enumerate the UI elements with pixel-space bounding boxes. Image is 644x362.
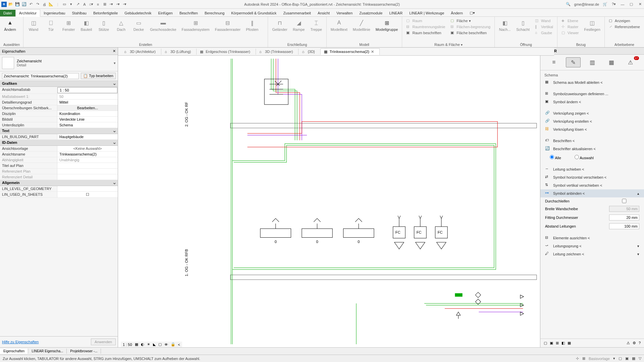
lf-icon-3[interactable]: ⊞ xyxy=(556,341,559,345)
tab-koerpermodell[interactable]: Körpermodell & Grundstück xyxy=(228,10,280,16)
group-grafiken[interactable]: Grafiken⌵ xyxy=(0,81,118,87)
linear-columns-icon[interactable]: ▥ xyxy=(585,57,600,67)
anzeigen-tool[interactable]: ▢Anzeigen xyxy=(607,18,641,23)
tab-ingenieurbau[interactable]: Ingenieurbau xyxy=(40,10,68,16)
vc-sun-icon[interactable]: ☀ xyxy=(147,342,150,347)
sb-basis-label[interactable]: Basisvorlage xyxy=(589,357,610,361)
chevron-down-icon[interactable]: ▾ xyxy=(637,252,639,256)
bottom-tab-projektbrowser[interactable]: Projektbrowser -... xyxy=(67,349,101,354)
sb-icon-4[interactable]: ▣ xyxy=(625,356,629,361)
value-lin-sheets[interactable]: ☐ xyxy=(57,192,118,197)
cmd-beschriften[interactable]: 🏷Beschriften < xyxy=(540,137,644,145)
radio-alle[interactable]: Alle xyxy=(550,155,561,160)
modify-tool[interactable]: ▲Ändern xyxy=(3,18,17,32)
redo-icon[interactable]: ↷ xyxy=(35,2,40,7)
vc-style-icon[interactable]: ◐ xyxy=(141,342,144,347)
cmd-verkn-erstellen[interactable]: 🔗Verknüpfung erstellen < xyxy=(540,117,644,125)
flaeche-beschriften-tool[interactable]: ▣Fläche beschriften xyxy=(449,30,492,36)
modellgruppe-tool[interactable]: ⊞Modellgruppe xyxy=(374,18,399,32)
cmd-leitungssprung[interactable]: ⤻Leitungssprung <▾ xyxy=(540,242,644,250)
linear-calc-icon[interactable]: ▦ xyxy=(604,57,619,67)
tab-gebaeudetechnik[interactable]: Gebäudetechnik xyxy=(121,10,155,16)
sync-icon[interactable]: 🔄 xyxy=(21,2,27,7)
tab-extra-icon[interactable]: ▢▾ xyxy=(466,9,478,16)
view-tab-3d[interactable]: ⌂{3D} xyxy=(299,49,320,55)
sb-icon-2[interactable]: ⊞ xyxy=(582,356,585,361)
activate-icon[interactable]: ↗ xyxy=(75,2,80,7)
vc-detail-icon[interactable]: ▦ xyxy=(135,342,138,347)
value-unterdisziplin[interactable]: Schema xyxy=(57,122,118,128)
sb-filter-icon[interactable]: ▽ xyxy=(639,356,641,361)
cmd-symbolzuweisungen[interactable]: ⊞Symbolzuweisungen definieren ... xyxy=(540,90,644,98)
bottom-tab-linear-eig[interactable]: LINEAR Eigenscha... xyxy=(28,349,67,354)
d3-icon[interactable]: ▫▾ xyxy=(122,2,127,7)
cmd-leitung-schieben[interactable]: ↔Leitung schieben < xyxy=(540,165,644,173)
group-text[interactable]: Text⌵ xyxy=(0,128,118,134)
lf-icon-5[interactable]: ▦ xyxy=(568,341,571,345)
cart-icon[interactable]: 🛒 xyxy=(602,2,608,7)
open-icon[interactable]: 📂 xyxy=(8,2,13,7)
vc-crop-icon[interactable]: ▢ xyxy=(158,342,162,347)
maximize-icon[interactable]: ▢ xyxy=(629,2,634,7)
view-tab-eg-trink[interactable]: ▦Erdgeschoss (Trinkwasser) xyxy=(197,49,256,55)
minimize-icon[interactable]: — xyxy=(620,2,625,7)
cmd-beschrifter-akt[interactable]: 🔄Beschrifter aktualisieren < xyxy=(540,145,644,153)
sb-icon-5[interactable]: ▦ xyxy=(632,356,635,361)
vc-hide-icon[interactable]: 👁 xyxy=(164,343,168,347)
home-icon[interactable]: ⌂▾ xyxy=(89,2,94,7)
tab-stahlbau[interactable]: Stahlbau xyxy=(69,10,90,16)
value-ansichtsname[interactable]: Trinkwasserschema(2) xyxy=(57,152,118,157)
tab-linear[interactable]: LINEAR xyxy=(386,10,406,16)
lf-icon-2[interactable]: ▣ xyxy=(550,341,553,345)
tab-beschriften[interactable]: Beschriften xyxy=(176,10,201,16)
apply-button[interactable]: Anwenden xyxy=(91,339,116,345)
value-vorlage[interactable]: <Keine Auswahl> xyxy=(57,146,118,151)
radio-auswahl[interactable]: Auswahl xyxy=(575,155,594,160)
tab-berechnung[interactable]: Berechnung xyxy=(201,10,228,16)
print-icon[interactable]: 🖨 xyxy=(42,2,47,7)
d1-icon[interactable]: ▫▾ xyxy=(109,2,114,7)
vc-shadow-icon[interactable]: ◣ xyxy=(153,342,156,347)
instance-selector[interactable] xyxy=(2,73,79,79)
cmd-symbol-horiz[interactable]: ⇄Symbol horizontal verschieben < xyxy=(540,173,644,181)
properties-help-link[interactable]: Hilfe zu Eigenschaften xyxy=(2,340,39,344)
tab-linear-werkzeuge[interactable]: LINEAR | Werkzeuge xyxy=(406,10,447,16)
group-allgemein[interactable]: Allgemein⌵ xyxy=(0,180,118,186)
value-bildstil[interactable]: Verdeckte Linie xyxy=(57,117,118,122)
close-icon[interactable]: ✕ xyxy=(371,50,374,54)
align-icon[interactable]: ≡ xyxy=(95,2,101,7)
tab-zusammenarbeit[interactable]: Zusammenarbeit xyxy=(280,10,314,16)
text-icon[interactable]: A xyxy=(82,2,87,7)
tab-ansicht[interactable]: Ansicht xyxy=(314,10,333,16)
referenzebene-tool[interactable]: ⟋Referenzebene xyxy=(607,24,641,29)
tab-aendern[interactable]: Ändern xyxy=(447,10,466,16)
thin-lines-icon[interactable]: ▭ xyxy=(62,2,67,7)
edit-type-button[interactable]: 📋 Typ bearbeiten xyxy=(81,73,116,79)
view-tab-3d-arch[interactable]: ⌂3D (Architektur) xyxy=(121,49,161,55)
align2-icon[interactable]: ⊞ xyxy=(102,2,107,7)
save-icon[interactable]: 💾 xyxy=(15,2,20,7)
input-fitting[interactable] xyxy=(609,215,639,221)
cmd-verkn-zeigen[interactable]: 🔗Verknüpfung zeigen < xyxy=(540,109,644,117)
value-override[interactable]: Bearbeiten... xyxy=(57,105,118,111)
value-lin-building[interactable]: Hauptgebäude xyxy=(57,134,118,139)
sb-icon-3[interactable]: ▢ xyxy=(619,356,622,361)
close-window-icon[interactable]: ✕ xyxy=(637,2,643,7)
d2-icon[interactable]: ▫▾ xyxy=(115,2,121,7)
close-hidden-icon[interactable]: ▾ xyxy=(68,2,74,7)
linear-notif-icon[interactable]: ⚠ xyxy=(623,57,638,67)
cmd-symbol-vert[interactable]: ⇅Symbol vertikal verschieben < xyxy=(540,181,644,189)
value-disziplin[interactable]: Koordination xyxy=(57,111,118,116)
tab-einfuegen[interactable]: Einfügen xyxy=(155,10,176,16)
value-detail[interactable]: Mittel xyxy=(57,100,118,105)
view-tab-3d-trink[interactable]: ⌂3D (Trinkwasser) xyxy=(256,49,299,55)
search-icon[interactable]: 🔍 xyxy=(566,2,571,7)
cmd-schema-ableiten[interactable]: ▦Schema aus Modell ableiten < xyxy=(540,78,644,86)
value-massstab[interactable]: 1 : 50 xyxy=(57,87,117,93)
lf-gear-icon[interactable]: ⚙ xyxy=(633,341,636,345)
close-properties-icon[interactable]: ✕ xyxy=(113,49,116,53)
flaeche-tool[interactable]: ▢Fläche ▾ xyxy=(449,18,492,23)
linear-menu-icon[interactable]: ≡ xyxy=(547,57,561,67)
lf-icon-4[interactable]: ◧ xyxy=(561,341,565,345)
cmd-leitung-zeichnen[interactable]: 🖊Leitung zeichnen <▾ xyxy=(540,250,644,258)
